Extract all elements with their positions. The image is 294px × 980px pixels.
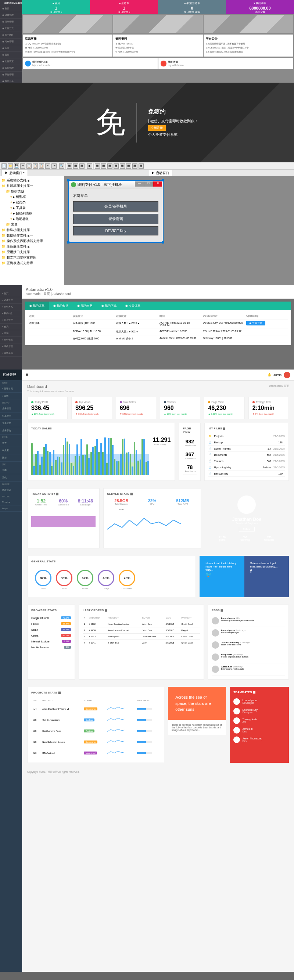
toolbar-button[interactable]: ▦ [95,164,100,169]
toolbar-button[interactable]: ▦ [139,164,144,169]
team-member[interactable]: Jason ThomsongDev [233,735,285,745]
nav-item[interactable]: ◉ 站点管理 [0,38,22,45]
toolbar-button[interactable]: 🔍 [59,164,64,169]
tree-item[interactable]: 📁 数据类型 [2,189,62,194]
nav-item[interactable]: ◉ 会员 [0,45,22,52]
nav-item[interactable]: ● 订单管理 [0,297,22,304]
resize-handle[interactable] [162,179,164,181]
toolbar-button[interactable]: ▦ [107,164,112,169]
nav-item[interactable]: 图表统计 [0,487,22,494]
file-row[interactable]: 📄Documents56721/5/2015 [208,452,285,458]
file-row[interactable]: 📄Backup128 [208,439,285,445]
team-member[interactable]: Eponette LayDesigner [233,706,285,716]
toolbar-button[interactable]: ▦ [73,164,78,169]
nav-item[interactable]: ◉ 系统管理 [0,72,22,78]
nav-item[interactable]: 业务管理 [0,405,22,412]
tab[interactable]: ◉ 我的出售 [73,302,97,310]
avatar[interactable] [284,372,290,378]
resize-handle[interactable] [162,241,164,243]
tree-item[interactable]: 📁 常量 [2,222,62,228]
tree-item[interactable]: 📁 压缩解压支持库 [2,244,62,250]
stat-card[interactable]: ¥ 我的余额8888888.00冻结金额 [226,0,294,14]
toolbar-button[interactable]: ▦ [101,164,106,169]
tree-item[interactable]: 📁 扩展界面支持库一 [2,183,62,189]
tree-item[interactable]: + ▸ 工具条 [2,205,62,211]
feed-item[interactable]: Jason Thomsong 2 min agoNulla vitae elit… [212,639,285,651]
nav-item[interactable]: ◉ 支付方式 [0,25,22,32]
ide-canvas[interactable]: 即刻支付 v1.0 - 线下挂机板 — □ ✕ 右键菜单 会员名/手机号登录密码… [64,176,294,285]
nav-item[interactable]: 页面 [0,467,22,474]
tree-item[interactable]: 📁 系统核心支持库 [2,178,62,183]
tree-item[interactable]: 📁 正则表达式支持库 [2,261,62,266]
nav-item[interactable]: ● 首页 [0,291,22,297]
close-button[interactable]: ✕ [153,181,162,186]
tree-item[interactable]: + ▸ 超级列表框 [2,211,62,216]
team-member[interactable]: James JiDev [233,725,285,735]
nav-item[interactable]: Timeline [0,499,22,506]
project-row[interactable]: 2/5Best Landing PageTesting [32,726,160,736]
nav-item[interactable]: ● 会员 [0,324,22,330]
nav-item[interactable]: 系统 [0,474,22,482]
nav-item[interactable]: ◉ 营销 [0,52,22,59]
team-member[interactable]: Throng JoshArt [233,716,285,725]
recharge-button[interactable]: ◉ 立即充值 [246,321,265,325]
nav-item[interactable]: 控件 [0,440,22,447]
facebook-card[interactable]: Science has not yet mastered prophecy...… [244,556,289,597]
file-row[interactable]: 📄Upcoming-MayArchive21/5/2015 [208,464,285,471]
nav-item[interactable]: Login [0,506,22,512]
nav-item[interactable]: 订单管理 [0,412,22,420]
file-row[interactable]: 📄Backup-May120 [208,471,285,477]
feed-item[interactable]: Ivory Bean yesterdayFusce dapibus tellus… [212,651,285,663]
tree-item[interactable]: + ▸ 状态条 [2,200,62,205]
tab[interactable]: ◉ 我的订单 [25,302,49,310]
tree-item[interactable]: + ▸ 树型框 [2,194,62,200]
nav-item[interactable]: 业务监控 [0,420,22,427]
toolbar-button[interactable]: 📋 [26,164,32,169]
tree-item[interactable]: + ▸ 透明标签 [2,216,62,222]
team-member[interactable]: Lorem IpsumDeveloper [233,697,285,706]
order-row[interactable]: 3# 95125D PolymerJonathan Doe3/5/2015Cre… [83,634,200,640]
toolbar-button[interactable]: ▦ [113,164,119,169]
nav-item[interactable]: 图标 [0,454,22,462]
toolbar-button[interactable]: 📄 [2,164,6,169]
tree-item[interactable]: 📁 操作系统界面功能支持库 [2,239,62,244]
nav-item[interactable]: ● 支付方式 [0,304,22,310]
nav-item[interactable]: ◉ 订单管理 [0,12,22,19]
tab[interactable]: ◉ 我的下线 [97,302,121,310]
toolbar-button[interactable]: ▦ [120,164,125,169]
toolbar-button[interactable]: 📁 [8,164,13,169]
feed-item[interactable]: Lorem Ipsum 5 min agoPellentesque eget [212,627,285,639]
follow-button[interactable]: Follow [239,527,254,531]
file-row[interactable]: 📄Some Themes1.721/5/2015 [208,445,285,452]
notification-icon[interactable]: 🔔 [268,373,271,377]
file-row[interactable]: 📁Projects21/5/2015 [208,433,285,439]
nav-item[interactable]: ● 支付设置 [0,337,22,344]
toolbar-button[interactable]: 💾 [14,164,19,169]
toolbar-button[interactable]: ▦ [132,164,137,169]
nav-item[interactable]: ◉ 后台管理 [0,65,22,72]
resize-handle[interactable] [67,241,69,243]
nav-item[interactable]: ● 站点管理 [0,317,22,324]
stat-card[interactable]: ● 总订单1今日新增 0 [90,0,158,14]
stat-card[interactable]: — 我的新订单0今日新增 0000 [158,0,226,14]
toolbar-button[interactable]: ▦ [67,164,72,169]
nav-item[interactable]: ◉ 订单管理 [0,19,22,25]
tree-item[interactable]: 📁 应用接口支持库 [2,250,62,255]
nav-item[interactable]: ● 营销 [0,330,22,337]
toolbar-button[interactable]: 📋 [39,164,44,169]
menu-icon[interactable]: ☰ [26,373,28,377]
register-button[interactable]: 立即注册 [148,125,166,131]
tab[interactable]: ◉ 今日订单 [121,302,145,310]
input-field[interactable]: DEVICE Key [73,226,158,235]
action-card[interactable]: 我的收款my withdrawal [158,58,293,69]
input-field[interactable]: 会员名/手机号 [73,201,158,212]
nav-item[interactable]: ● 系统工具 [0,350,22,357]
order-row[interactable]: 1# 5362Neon Sporting LaptopJohn Doe3/5/2… [83,621,200,627]
tree-item[interactable]: 📁 超文本浏览框支持库 [2,255,62,261]
order-row[interactable]: 4# 6941T-Shirt BlueJohn3/5/2015Credit Ca… [83,640,200,646]
tab[interactable]: ◉ 我的收益 [49,302,73,310]
tree-item[interactable]: 📁 数据操作支持库一 [2,233,62,239]
project-row[interactable]: 2/5Get Git repositoryCoding [32,715,160,725]
maximize-button[interactable]: □ [144,181,153,186]
project-row[interactable]: 5/3RTA AndroidLaunched [32,748,160,758]
